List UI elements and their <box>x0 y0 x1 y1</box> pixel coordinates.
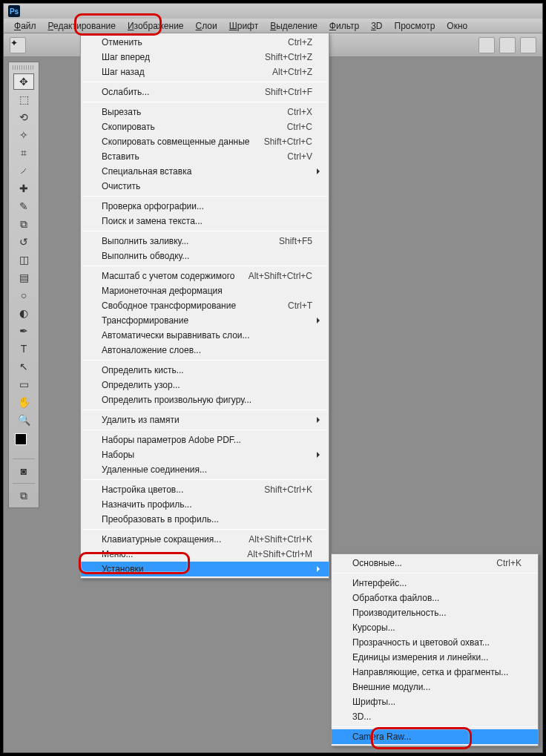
align-icon[interactable] <box>478 37 495 53</box>
tool-history[interactable]: ↺ <box>13 234 34 250</box>
menu-item: Очистить <box>81 179 329 194</box>
menu-label: Вырезать <box>102 107 141 117</box>
menu-label: Основные... <box>352 558 402 568</box>
menu-item[interactable]: Установки <box>81 562 329 576</box>
menu-label: Шаг назад <box>102 67 145 77</box>
menu-label: Клавиатурные сокращения... <box>102 534 221 545</box>
tool-move[interactable]: ✥ <box>13 73 34 90</box>
tool-rect[interactable]: ▭ <box>13 376 34 392</box>
menu-label: Производительность... <box>352 608 446 618</box>
tool-blur[interactable]: ○ <box>13 287 34 303</box>
menu-item[interactable]: Обработка файлов... <box>332 591 538 605</box>
toolbar-grip[interactable] <box>13 65 35 70</box>
shortcut: Shift+Ctrl+F <box>265 87 312 97</box>
menu-изображение[interactable]: Изображение <box>122 19 190 33</box>
menu-label: Обработка файлов... <box>352 593 439 603</box>
tool-brush[interactable]: ✎ <box>13 198 34 214</box>
tool-hand[interactable]: ✋ <box>13 394 34 410</box>
color-swatch[interactable] <box>15 433 33 451</box>
menu-окно[interactable]: Окно <box>441 19 473 33</box>
separator <box>333 573 536 573</box>
menu-фильтр[interactable]: Фильтр <box>323 19 365 33</box>
menu-выделение[interactable]: Выделение <box>264 19 323 33</box>
tool-eyedrop[interactable]: ⟋ <box>13 162 34 179</box>
menu-label: Преобразовать в профиль... <box>102 514 219 525</box>
align-icon[interactable] <box>499 37 516 53</box>
menu-item[interactable]: Настройка цветов...Shift+Ctrl+K <box>81 482 329 497</box>
tool-stamp[interactable]: ⧉ <box>13 216 34 232</box>
menu-label: Единицы измерения и линейки... <box>352 652 488 663</box>
menu-label: Внешние модули... <box>352 682 430 692</box>
menu-item: Автоналожение слоев... <box>81 343 329 358</box>
menu-просмотр[interactable]: Просмотр <box>389 19 441 33</box>
menu-item[interactable]: Выполнить заливку...Shift+F5 <box>81 234 329 249</box>
menu-item[interactable]: Клавиатурные сокращения...Alt+Shift+Ctrl… <box>81 532 329 547</box>
menu-item[interactable]: 3D... <box>332 709 538 724</box>
menu-item[interactable]: Меню...Alt+Shift+Ctrl+M <box>81 547 329 562</box>
tool-marquee[interactable]: ⬚ <box>13 91 34 108</box>
shortcut: Ctrl+X <box>287 107 312 117</box>
tool-pen[interactable]: ✒ <box>13 323 34 339</box>
menu-item[interactable]: Прозрачность и цветовой охват... <box>332 635 538 650</box>
shortcut: Shift+Ctrl+Z <box>265 52 312 62</box>
menu-label: Интерфейс... <box>352 578 407 588</box>
screenmode-icon[interactable]: ⧉ <box>13 487 34 504</box>
tool-heal[interactable]: ✚ <box>13 180 34 197</box>
menu-item[interactable]: Шаг назадAlt+Ctrl+Z <box>81 65 329 79</box>
menu-шрифт[interactable]: Шрифт <box>223 19 264 33</box>
preferences-submenu[interactable]: Основные...Ctrl+KИнтерфейс...Обработка ф… <box>331 553 539 746</box>
menu-слои[interactable]: Слои <box>190 19 223 33</box>
tool-wand[interactable]: ✧ <box>13 127 34 143</box>
menu-item: Определить узор... <box>81 378 329 392</box>
menu-item: Марионеточная деформация <box>81 283 329 298</box>
menu-item: Скопировать совмещенные данныеShift+Ctrl… <box>81 134 329 149</box>
menu-label: Специальная вставка <box>102 166 191 177</box>
menu-item[interactable]: Внешние модули... <box>332 680 538 694</box>
menubar[interactable]: ФайлРедактированиеИзображениеСлоиШрифтВы… <box>4 19 542 33</box>
menu-item[interactable]: Единицы измерения и линейки... <box>332 650 538 665</box>
tool-preset-icon[interactable]: ✦ <box>10 37 26 53</box>
shortcut: Alt+Shift+Ctrl+K <box>249 534 312 545</box>
shortcut: Ctrl+K <box>496 558 522 568</box>
tool-eraser[interactable]: ◫ <box>13 252 34 268</box>
menu-item[interactable]: Интерфейс... <box>332 576 538 591</box>
menu-файл[interactable]: Файл <box>8 19 42 33</box>
menu-редактирование[interactable]: Редактирование <box>42 19 122 33</box>
menu-item[interactable]: Удаленные соединения... <box>81 462 329 477</box>
quickmask-icon[interactable]: ◙ <box>13 463 34 479</box>
menu-item[interactable]: Курсоры... <box>332 620 538 635</box>
menu-item[interactable]: Camera Raw... <box>332 729 538 744</box>
toolbar[interactable]: ✥⬚⟲✧⌗⟋✚✎⧉↺◫▤○◐✒T↖▭✋🔍◙⧉ <box>8 62 39 508</box>
tool-dodge[interactable]: ◐ <box>13 305 34 321</box>
separator <box>82 196 327 197</box>
align-icon[interactable] <box>520 37 536 53</box>
menu-item[interactable]: Шрифты... <box>332 694 538 709</box>
tool-path[interactable]: ↖ <box>13 358 34 375</box>
menu-item: Преобразовать в профиль... <box>81 512 329 527</box>
menu-item[interactable]: Шаг впередShift+Ctrl+Z <box>81 50 329 65</box>
tool-zoom[interactable]: 🔍 <box>13 412 34 428</box>
menu-label: Свободное трансформирование <box>102 300 236 311</box>
separator <box>82 430 327 430</box>
menu-label: Наборы параметров Adobe PDF... <box>102 435 241 445</box>
menu-label: Скопировать совмещенные данные <box>102 137 250 147</box>
menu-label: Определить произвольную фигуру... <box>102 395 251 405</box>
tool-gradient[interactable]: ▤ <box>13 269 34 286</box>
menu-item[interactable]: Наборы параметров Adobe PDF... <box>81 433 329 447</box>
menu-label: Определить узор... <box>102 380 180 390</box>
menu-3d[interactable]: 3D <box>365 19 388 33</box>
edit-menu[interactable]: ОтменитьCtrl+ZШаг впередShift+Ctrl+ZШаг … <box>80 33 329 579</box>
menu-item[interactable]: Удалить из памяти <box>81 412 329 427</box>
menu-label: Шрифты... <box>352 697 395 707</box>
menu-label: Удалить из памяти <box>102 415 180 425</box>
tool-crop[interactable]: ⌗ <box>13 145 34 161</box>
menu-item[interactable]: Направляющие, сетка и фрагменты... <box>332 665 538 680</box>
menu-item[interactable]: Наборы <box>81 447 329 462</box>
menu-item: Определить кисть... <box>81 363 329 378</box>
menu-item[interactable]: Производительность... <box>332 605 538 620</box>
tool-type[interactable]: T <box>13 341 34 357</box>
menu-label: Скопировать <box>102 122 155 132</box>
menu-item[interactable]: Основные...Ctrl+K <box>332 556 538 571</box>
menu-item: ВырезатьCtrl+X <box>81 105 329 119</box>
tool-lasso[interactable]: ⟲ <box>13 109 34 125</box>
